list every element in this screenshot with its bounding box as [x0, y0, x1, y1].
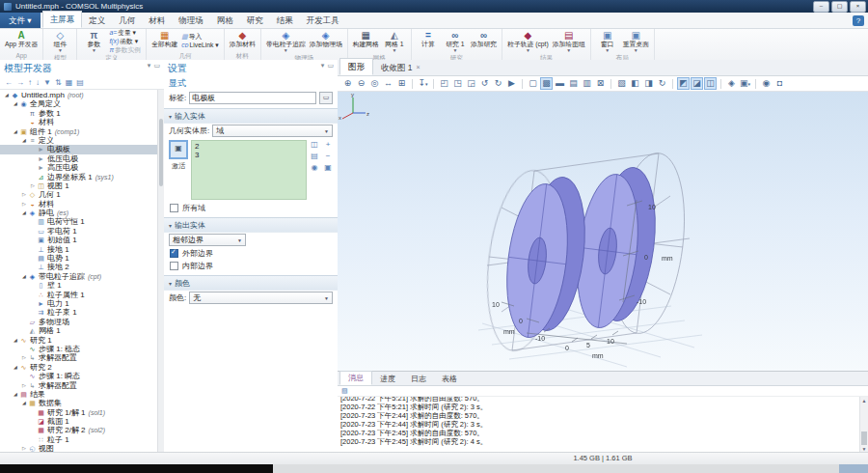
- transparency-icon[interactable]: ▩: [540, 77, 553, 90]
- close-button[interactable]: ×: [850, 1, 866, 13]
- zoom-in-icon[interactable]: ⊕: [341, 77, 354, 90]
- section-input-entities[interactable]: ▾ 输入实体: [164, 108, 338, 124]
- tree-node-初始值 1[interactable]: ▣初始值 1: [0, 236, 164, 244]
- tree-expander-icon[interactable]: ◢: [20, 399, 28, 407]
- clear-messages-icon[interactable]: ▧: [341, 387, 348, 394]
- charged-particle-tracing-button[interactable]: ◈带电粒子追踪▼: [264, 29, 308, 54]
- zoom-box-icon[interactable]: ⊞: [395, 77, 408, 90]
- show-options-icon[interactable]: ▤: [76, 78, 84, 87]
- ribbon-tab-网格[interactable]: 网格: [210, 13, 240, 28]
- plot-settings-icon[interactable]: ▣▾: [739, 77, 751, 90]
- tree-node-电势 1[interactable]: ▤电势 1: [0, 254, 164, 263]
- minimize-button[interactable]: –: [813, 1, 829, 13]
- add-study-button[interactable]: ∞添加研究: [469, 29, 499, 54]
- panel-menu-icon[interactable]: ▾: [148, 62, 151, 76]
- messages-tab-日志[interactable]: 日志: [403, 373, 434, 385]
- tree-node-材料[interactable]: ◒材料: [0, 118, 164, 126]
- tree-node-研究 2[interactable]: ◢∿研究 2: [0, 363, 164, 372]
- tree-scrollbar[interactable]: [157, 90, 164, 453]
- add-to-selection-icon[interactable]: +: [323, 140, 333, 149]
- messages-scrollbar[interactable]: ▲ ▼: [859, 397, 868, 453]
- tree-expander-icon[interactable]: ◢: [12, 99, 19, 108]
- component-button[interactable]: ◇组件▼: [46, 29, 73, 54]
- tree-node-求解器配置[interactable]: ▷↳求解器配置: [0, 353, 164, 362]
- maximize-button[interactable]: ▢: [831, 1, 848, 13]
- section-output-entities[interactable]: ▾ 输出实体: [164, 217, 338, 233]
- ribbon-tab-物理场[interactable]: 物理场: [172, 13, 210, 28]
- tree-node-带电粒子追踪[interactable]: ◢◈带电粒子追踪(cpt): [0, 272, 164, 281]
- close-tab-icon[interactable]: ×: [417, 62, 420, 73]
- show-selections-icon[interactable]: ◩: [677, 77, 690, 90]
- rotate-right-icon[interactable]: ↻: [492, 77, 504, 90]
- model-tree-menu-icon[interactable]: ▼: [43, 78, 51, 87]
- windows-button[interactable]: ▣窗口▼: [594, 29, 621, 54]
- color-select[interactable]: 无 ▼: [189, 292, 333, 304]
- view-xz-icon[interactable]: ◲: [465, 77, 477, 90]
- messages-tab-表格[interactable]: 表格: [434, 373, 465, 385]
- image-snapshot-icon[interactable]: ◉: [760, 77, 773, 90]
- compute-button[interactable]: =计算: [415, 29, 442, 54]
- functions-button[interactable]: f(x)函数 ▾: [109, 38, 141, 45]
- hide-objects-icon[interactable]: ▬: [554, 77, 566, 90]
- settings-pin-icon[interactable]: ▭: [327, 62, 334, 76]
- pan-icon[interactable]: ↔: [382, 77, 394, 90]
- tree-node-步骤 1: 瞬态[interactable]: ∿步骤 1: 瞬态: [0, 372, 164, 380]
- rotate-left-icon[interactable]: ↺: [478, 77, 491, 90]
- tree-node-壁 1[interactable]: ▯壁 1: [0, 281, 164, 290]
- tree-expander-icon[interactable]: ◢: [12, 336, 19, 345]
- graphics-canvas[interactable]: 10 0 mm -10 10 0 mm -10 0 5 10 mm: [338, 92, 868, 371]
- graphics-tab-收敛图 1[interactable]: 收敛图 1×: [373, 60, 428, 75]
- tree-node-定义[interactable]: ◢≡定义: [0, 136, 164, 145]
- tree-node-研究 1/解 1[interactable]: ▦研究 1/解 1(sol1): [0, 408, 164, 417]
- tree-node-多物理场[interactable]: ▱多物理场: [0, 318, 164, 326]
- file-menu-button[interactable]: 文件 ▾: [0, 13, 41, 28]
- build-all-button[interactable]: ▦全部构建: [149, 29, 179, 52]
- plot-icon[interactable]: ◈: [725, 77, 738, 90]
- variables-button[interactable]: a=变量 ▾: [109, 29, 141, 37]
- ribbon-tab-几何[interactable]: 几何: [112, 13, 142, 28]
- select-mode-icon[interactable]: ▧: [615, 77, 628, 90]
- node-group-icon[interactable]: ▦: [66, 78, 73, 87]
- tree-node-几何 1[interactable]: ▷◇几何 1: [0, 190, 164, 199]
- messages-tab-进度[interactable]: 进度: [372, 373, 403, 385]
- ribbon-tab-开发工具[interactable]: 开发工具: [300, 13, 346, 28]
- view-xy-icon[interactable]: ◰: [438, 77, 450, 90]
- add-material-button[interactable]: ◆添加材料: [228, 29, 258, 52]
- tree-node-粒子 1[interactable]: ∷粒子 1: [0, 435, 164, 444]
- tree-node-结果[interactable]: ◢▤结果: [0, 390, 164, 399]
- ribbon-tab-材料[interactable]: 材料: [142, 13, 172, 28]
- add-physics-button[interactable]: ◈添加物理场: [308, 29, 344, 54]
- play-animation-icon[interactable]: ▶: [505, 77, 518, 90]
- tree-expander-icon[interactable]: ◢: [20, 209, 28, 217]
- tree-node-组件 1[interactable]: ◢▣组件 1(comp1): [0, 127, 164, 136]
- app-builder-button[interactable]: AApp 开发器: [3, 29, 40, 52]
- add-plot-group-button[interactable]: ▤添加绘图组▼: [551, 29, 587, 54]
- view-orientation-icon[interactable]: ↧▾: [417, 77, 429, 90]
- messages-tab-消息[interactable]: 消息: [339, 371, 372, 385]
- expand-collapse-icon[interactable]: ⇅: [55, 78, 62, 87]
- tree-node-电极板[interactable]: ►电极板: [0, 145, 164, 153]
- tree-node-低压电极[interactable]: ►低压电极: [0, 154, 164, 163]
- tree-node-粒子束 1[interactable]: ⇉粒子束 1: [0, 308, 164, 317]
- os-taskbar[interactable]: [0, 464, 868, 473]
- tree-expander-icon[interactable]: ▷: [20, 381, 28, 390]
- show-materials-icon[interactable]: ◪: [691, 77, 703, 90]
- tree-node-网格 1[interactable]: ◭网格 1: [0, 326, 164, 335]
- tree-node-高压电极[interactable]: ►高压电极: [0, 163, 164, 172]
- reset-desktop-button[interactable]: ▣重置桌面▼: [621, 29, 651, 54]
- scroll-up-icon[interactable]: ▲: [860, 397, 868, 404]
- remove-from-selection-icon[interactable]: −: [323, 152, 333, 160]
- settings-menu-icon[interactable]: ▾: [321, 62, 325, 76]
- tree-expander-icon[interactable]: ◢: [3, 91, 11, 99]
- zoom-out-icon[interactable]: ⊖: [355, 77, 367, 90]
- clipping-icon[interactable]: ⊠: [594, 77, 607, 90]
- tree-node-数据集[interactable]: ◢▦数据集: [0, 399, 164, 407]
- tree-expander-icon[interactable]: ◢: [20, 136, 28, 145]
- exterior-boundaries-checkbox[interactable]: [170, 249, 178, 258]
- selection-list-item[interactable]: 2: [195, 142, 303, 151]
- copy-selection-icon[interactable]: ◫: [310, 140, 319, 149]
- surface-render-icon[interactable]: ▤: [567, 77, 580, 90]
- tree-node-研究 2/解 2[interactable]: ▦研究 2/解 2(sol2): [0, 426, 164, 434]
- ribbon-tab-结果[interactable]: 结果: [270, 13, 300, 28]
- select-object-icon[interactable]: ◧: [629, 77, 641, 90]
